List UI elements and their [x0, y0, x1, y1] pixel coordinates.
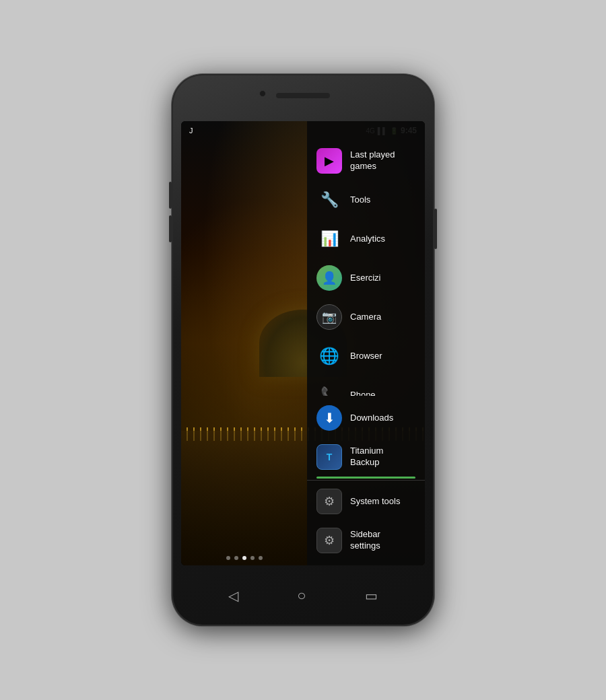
sidebar-item-browser[interactable]: 🌐 Browser — [307, 337, 425, 376]
sidebar: ▶ Last playedgames 🔧 Tools 📊 Anal — [307, 121, 425, 565]
phone-label: Phone — [350, 390, 376, 396]
camera-label: Camera — [350, 312, 381, 323]
back-button[interactable]: ◁ — [228, 588, 238, 604]
titanium-label: TitaniumBackup — [350, 446, 383, 468]
sidebar-item-phone[interactable]: 📞 Phone — [307, 376, 425, 396]
vol-up-button[interactable] — [169, 182, 172, 209]
home-button[interactable]: ○ — [297, 587, 306, 604]
dot-5 — [259, 556, 263, 560]
power-button[interactable] — [434, 209, 437, 249]
vol-down-button[interactable] — [169, 215, 172, 242]
sidebar-top-section: ▶ Last playedgames 🔧 Tools 📊 Anal — [307, 121, 425, 396]
sidebar-item-esercizi[interactable]: 👤 Esercizi — [307, 258, 425, 298]
divider — [307, 480, 425, 481]
sidebar-bottom-section: ⬇ Downloads T TitaniumBackup ⚙ System to… — [307, 396, 425, 565]
analytics-label: Analytics — [350, 234, 385, 245]
esercizi-icon: 👤 — [316, 265, 342, 291]
analytics-icon: 📊 — [316, 226, 342, 252]
sidebar-item-titanium-backup[interactable]: T TitaniumBackup — [307, 438, 425, 477]
screen: J 4G ▌▌ 🔋 9:45 ▶ — [181, 121, 425, 565]
games-label: Last playedgames — [350, 149, 395, 172]
dot-1 — [226, 556, 230, 560]
camera-dot — [259, 90, 266, 97]
page-indicators — [181, 556, 307, 560]
browser-label: Browser — [350, 351, 382, 362]
sidebar-item-downloads[interactable]: ⬇ Downloads — [307, 398, 425, 438]
sidebar-item-system-tools[interactable]: ⚙ System tools — [307, 482, 425, 521]
sidebar-item-last-played-games[interactable]: ▶ Last playedgames — [307, 141, 425, 180]
phone-device: J 4G ▌▌ 🔋 9:45 ▶ — [172, 74, 434, 626]
sidebar-item-sidebar-settings[interactable]: ⚙ Sidebarsettings — [307, 521, 425, 560]
carrier-label: J — [189, 127, 193, 135]
browser-icon: 🌐 — [316, 343, 342, 369]
sidebar-item-analytics[interactable]: 📊 Analytics — [307, 219, 425, 258]
tools-label: Tools — [350, 195, 370, 206]
sidebar-settings-icon: ⚙ — [316, 528, 342, 553]
speaker — [276, 93, 330, 98]
sidebar-item-tools[interactable]: 🔧 Tools — [307, 180, 425, 219]
dot-2 — [234, 556, 238, 560]
system-tools-label: System tools — [350, 496, 400, 508]
phone-icon: 📞 — [316, 382, 342, 396]
sidebar-item-camera[interactable]: 📷 Camera — [307, 298, 425, 337]
games-icon: ▶ — [316, 148, 342, 174]
progress-bar — [316, 477, 415, 479]
downloads-label: Downloads — [350, 413, 393, 424]
titanium-icon: T — [316, 444, 342, 470]
camera-icon: 📷 — [316, 304, 342, 330]
nav-bar: ◁ ○ ▭ — [172, 565, 434, 626]
tools-icon: 🔧 — [316, 187, 342, 213]
dot-3 — [242, 556, 246, 560]
downloads-icon: ⬇ — [316, 405, 342, 431]
esercizi-label: Esercizi — [350, 273, 381, 284]
dot-4 — [250, 556, 255, 560]
recents-button[interactable]: ▭ — [365, 588, 378, 604]
sidebar-settings-label: Sidebarsettings — [350, 529, 380, 552]
system-tools-icon: ⚙ — [316, 489, 342, 514]
